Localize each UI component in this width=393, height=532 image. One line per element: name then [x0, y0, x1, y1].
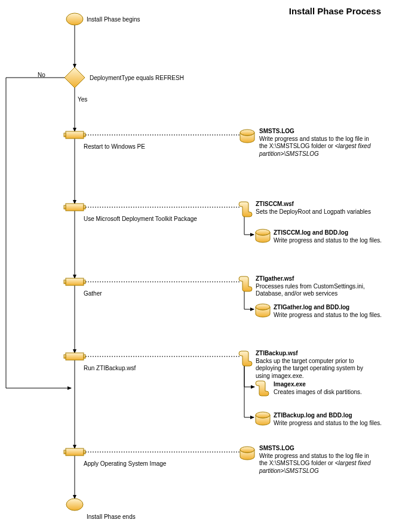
svg-rect-12 [64, 133, 66, 137]
start-label: Install Phase begins [87, 16, 140, 24]
mdt-script: ZTISCCM.wsf Sets the DeployRoot and Logp… [256, 201, 375, 216]
db-icon-mdt [256, 229, 270, 242]
backup-script-title: ZTIBackup.wsf [256, 350, 298, 356]
apply-db: SMSTS.LOG Write progress and status to t… [259, 445, 379, 475]
svg-point-36 [240, 447, 254, 453]
backup-sub-desc: Creates images of disk partitions. [274, 389, 362, 395]
decision-label: DeploymentType equals REFRESH [90, 75, 184, 82]
gather-db-title: ZTIGather.log and BDD.log [274, 304, 349, 310]
gather-label: Gather [84, 290, 102, 298]
restart-db: SMSTS.LOG Write progress and status to t… [259, 128, 379, 158]
mdt-db-desc: Write progress and status to the log fil… [274, 237, 382, 244]
gather-db: ZTIGather.log and BDD.log Write progress… [274, 304, 393, 319]
process-apply [64, 448, 85, 456]
backup-script-desc: Backs up the target computer prior to de… [256, 358, 363, 379]
svg-rect-15 [64, 205, 66, 209]
mdt-db: ZTISCCM.log and BDD.log Write progress a… [274, 229, 393, 244]
mdt-script-title: ZTISCCM.wsf [256, 201, 294, 207]
mdt-script-desc: Sets the DeployRoot and Logpath variable… [256, 208, 371, 215]
decision-yes-label: Yes [78, 96, 87, 104]
script-icon-backup [239, 351, 252, 366]
process-mdt [64, 204, 85, 211]
svg-rect-13 [84, 133, 85, 137]
backup-db: ZTIBackup.log and BDD.log Write progress… [274, 412, 393, 427]
svg-point-10 [66, 13, 83, 25]
restart-db-title: SMSTS.LOG [259, 128, 294, 134]
process-backup [64, 353, 85, 360]
svg-rect-17 [66, 278, 84, 285]
svg-rect-20 [66, 353, 84, 360]
svg-point-35 [256, 412, 270, 418]
svg-rect-22 [84, 355, 85, 358]
gather-script-desc: Processes rules from CustomSettings.ini,… [256, 283, 365, 297]
svg-rect-18 [64, 280, 66, 284]
apply-db-title: SMSTS.LOG [259, 445, 294, 451]
db-icon-gather [256, 304, 270, 317]
svg-rect-11 [66, 131, 84, 139]
db-icon-restart [240, 130, 254, 143]
restart-label: Restart to Windows PE [84, 143, 145, 151]
end-label: Install Phase ends [87, 513, 136, 521]
decision-no-label: No [38, 72, 45, 79]
backup-sub-title: Imagex.exe [274, 381, 306, 388]
gather-db-desc: Write progress and status to the log fil… [274, 312, 382, 318]
db-icon-backup [256, 412, 270, 425]
backup-script: ZTIBackup.wsf Backs up the target comput… [256, 350, 375, 380]
apply-label: Apply Operating System Image [84, 460, 166, 468]
svg-point-26 [66, 499, 83, 511]
svg-point-33 [256, 229, 270, 235]
process-gather [64, 278, 85, 285]
backup-label: Run ZTIBackup.wsf [84, 365, 136, 373]
gather-script-title: ZTIgather.wsf [256, 275, 294, 282]
svg-rect-16 [84, 205, 85, 209]
svg-rect-21 [64, 355, 66, 358]
gather-script: ZTIgather.wsf Processes rules from Custo… [256, 275, 375, 298]
svg-rect-25 [84, 450, 85, 454]
mdt-label: Use Microsoft Deployment Toolkit Package [84, 216, 197, 223]
script-icon-mdt [239, 202, 252, 217]
svg-point-34 [256, 304, 270, 310]
process-restart [64, 131, 85, 139]
svg-point-32 [240, 130, 254, 136]
mdt-db-title: ZTISCCM.log and BDD.log [274, 229, 348, 236]
backup-db-desc: Write progress and status to the log fil… [274, 420, 382, 426]
script-icon-gather [239, 276, 252, 291]
db-icon-apply [240, 447, 254, 460]
svg-rect-19 [84, 280, 85, 284]
backup-sub: Imagex.exe Creates images of disk partit… [274, 381, 387, 396]
svg-rect-24 [64, 450, 66, 454]
svg-rect-14 [66, 204, 84, 211]
backup-db-title: ZTIBackup.log and BDD.log [274, 412, 352, 419]
svg-rect-23 [66, 448, 84, 456]
script-icon-imagex [256, 381, 269, 396]
